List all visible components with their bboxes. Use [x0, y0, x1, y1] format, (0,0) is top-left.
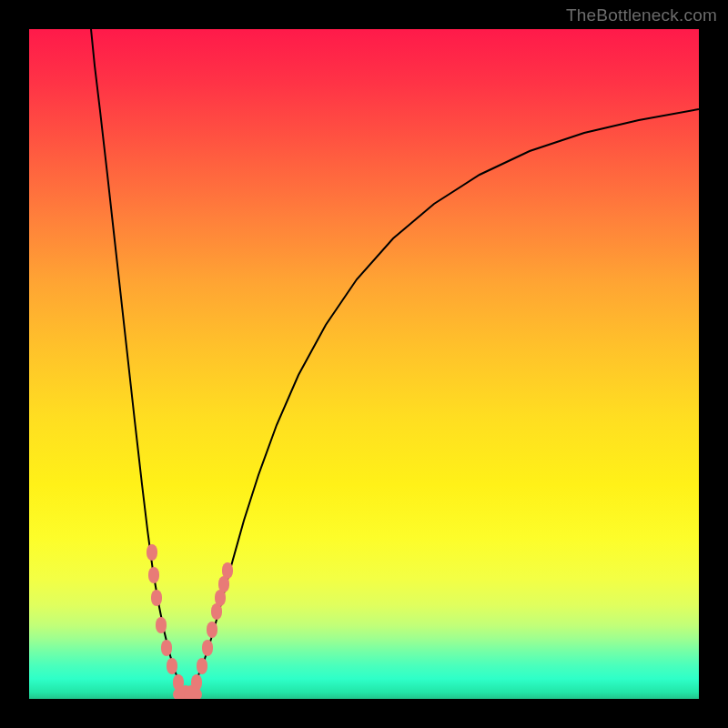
data-marker — [148, 567, 159, 583]
chart-container: TheBottleneck.com — [0, 0, 728, 728]
curve-left-branch — [91, 29, 187, 696]
data-marker-valley — [184, 688, 202, 699]
data-marker — [147, 544, 157, 561]
curve-right-branch — [187, 109, 699, 696]
chart-svg — [29, 29, 699, 699]
data-marker — [167, 658, 177, 674]
plot-area — [29, 29, 699, 699]
data-marker — [156, 617, 167, 633]
watermark-text: TheBottleneck.com — [566, 5, 717, 25]
data-markers — [147, 544, 233, 699]
data-marker — [222, 562, 233, 579]
data-marker — [161, 640, 172, 656]
data-marker — [197, 658, 207, 674]
data-marker — [151, 590, 162, 606]
data-marker — [202, 640, 213, 656]
data-marker — [207, 622, 217, 638]
